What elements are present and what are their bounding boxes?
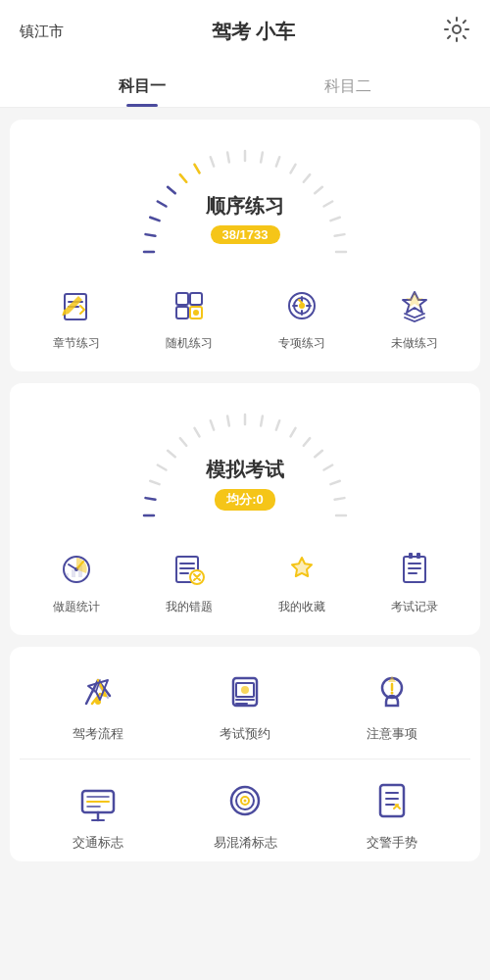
svg-line-26 bbox=[195, 165, 200, 173]
sign-icon bbox=[73, 775, 123, 826]
tab-subject2[interactable]: 科目二 bbox=[245, 63, 451, 107]
svg-line-41 bbox=[180, 438, 186, 446]
svg-line-17 bbox=[330, 218, 339, 220]
undone-item[interactable]: 未做练习 bbox=[391, 282, 438, 352]
undone-label: 未做练习 bbox=[391, 335, 438, 352]
book-label: 考试预约 bbox=[220, 725, 270, 743]
svg-rect-30 bbox=[176, 307, 188, 318]
tab-subject1[interactable]: 科目一 bbox=[39, 63, 245, 107]
svg-rect-68 bbox=[409, 553, 413, 559]
speedometer1-wrap: 顺序练习 38/1733 bbox=[20, 139, 470, 267]
notice-icon bbox=[367, 666, 417, 717]
svg-point-0 bbox=[453, 25, 461, 33]
practice-icons: 章节练习 随机练习 bbox=[20, 282, 470, 352]
bottom-section: 驾考流程 考试预约 bbox=[10, 647, 480, 861]
notice-item[interactable]: 注意事项 bbox=[323, 666, 461, 743]
wrong-icon bbox=[166, 546, 213, 593]
svg-line-47 bbox=[276, 420, 279, 429]
svg-line-21 bbox=[146, 234, 156, 236]
bottom-grid-row1: 驾考流程 考试预约 bbox=[20, 666, 470, 743]
random-item[interactable]: 随机练习 bbox=[166, 282, 213, 352]
random-label: 随机练习 bbox=[166, 335, 213, 352]
special-icon bbox=[278, 282, 325, 329]
svg-line-9 bbox=[227, 153, 229, 163]
svg-line-52 bbox=[330, 481, 339, 484]
record-item[interactable]: 考试记录 bbox=[391, 546, 438, 615]
chapter-label: 章节练习 bbox=[53, 335, 100, 352]
svg-line-24 bbox=[168, 187, 175, 193]
tabs: 科目一 科目二 bbox=[0, 63, 490, 108]
svg-rect-29 bbox=[190, 293, 202, 305]
favorite-label: 我的收藏 bbox=[278, 599, 325, 615]
svg-point-88 bbox=[244, 800, 247, 803]
stats-icon bbox=[53, 546, 100, 593]
special-item[interactable]: 专项练习 bbox=[278, 282, 325, 352]
confuse-icon bbox=[220, 775, 270, 826]
svg-rect-89 bbox=[380, 785, 404, 816]
gesture-item[interactable]: 交警手势 bbox=[323, 775, 461, 852]
svg-line-40 bbox=[168, 451, 175, 457]
svg-line-48 bbox=[291, 428, 296, 437]
divider bbox=[20, 759, 470, 760]
speedometer2-wrap: 模拟考试 均分:0 bbox=[20, 403, 470, 530]
record-icon bbox=[391, 546, 438, 593]
speedometer2-label: 模拟考试 均分:0 bbox=[206, 457, 284, 511]
speedometer1-title: 顺序练习 bbox=[206, 193, 284, 220]
practice-card: 顺序练习 38/1733 章节练习 bbox=[10, 120, 480, 371]
random-icon bbox=[166, 282, 213, 329]
record-label: 考试记录 bbox=[391, 599, 438, 615]
header: 镇江市 驾考 小车 bbox=[0, 0, 490, 63]
svg-line-53 bbox=[335, 498, 345, 500]
special-label: 专项练习 bbox=[278, 335, 325, 352]
favorite-item[interactable]: 我的收藏 bbox=[278, 546, 325, 615]
sign-label: 交通标志 bbox=[73, 834, 123, 852]
svg-line-43 bbox=[211, 420, 214, 429]
confuse-label: 易混淆标志 bbox=[214, 834, 277, 852]
book-item[interactable]: 考试预约 bbox=[176, 666, 314, 743]
book-icon bbox=[220, 666, 270, 717]
speedometer2-badge: 均分:0 bbox=[215, 489, 275, 511]
svg-line-15 bbox=[315, 187, 322, 193]
speedometer1-badge: 38/1733 bbox=[211, 225, 280, 244]
svg-line-8 bbox=[211, 157, 214, 166]
svg-line-56 bbox=[146, 498, 156, 500]
gesture-label: 交警手势 bbox=[367, 834, 417, 852]
chapter-icon bbox=[53, 282, 100, 329]
wrong-label: 我的错题 bbox=[166, 599, 213, 615]
header-title: 驾考 小车 bbox=[212, 19, 296, 45]
process-item[interactable]: 驾考流程 bbox=[29, 666, 167, 743]
speedometer2: 模拟考试 均分:0 bbox=[137, 403, 353, 530]
svg-point-32 bbox=[193, 310, 199, 316]
svg-line-46 bbox=[261, 416, 263, 426]
svg-line-39 bbox=[158, 466, 167, 470]
stats-label: 做题统计 bbox=[53, 599, 100, 615]
sign-item[interactable]: 交通标志 bbox=[29, 775, 167, 852]
svg-line-11 bbox=[261, 153, 263, 163]
confuse-item[interactable]: 易混淆标志 bbox=[176, 775, 314, 852]
process-icon bbox=[73, 666, 123, 717]
svg-line-13 bbox=[291, 165, 296, 173]
favorite-icon bbox=[278, 546, 325, 593]
svg-line-14 bbox=[304, 174, 310, 182]
header-city: 镇江市 bbox=[20, 23, 64, 41]
svg-point-75 bbox=[241, 686, 249, 694]
wrong-item[interactable]: 我的错题 bbox=[166, 546, 213, 615]
notice-label: 注意事项 bbox=[367, 725, 417, 743]
svg-line-12 bbox=[276, 157, 279, 166]
svg-line-51 bbox=[324, 466, 333, 470]
gear-icon[interactable] bbox=[443, 16, 470, 47]
gesture-icon bbox=[367, 775, 417, 826]
bottom-grid-row2: 交通标志 易混淆标志 bbox=[20, 775, 470, 852]
exam-card: 模拟考试 均分:0 做题统计 bbox=[10, 383, 480, 635]
process-label: 驾考流程 bbox=[73, 725, 123, 743]
chapter-item[interactable]: 章节练习 bbox=[53, 282, 100, 352]
svg-line-16 bbox=[324, 202, 333, 207]
exam-icons: 做题统计 我的错题 bbox=[20, 546, 470, 615]
speedometer1: 顺序练习 38/1733 bbox=[137, 139, 353, 267]
svg-line-22 bbox=[150, 218, 159, 220]
speedometer1-label: 顺序练习 38/1733 bbox=[206, 193, 284, 244]
svg-line-49 bbox=[304, 438, 310, 446]
svg-line-38 bbox=[150, 481, 159, 484]
svg-line-44 bbox=[227, 416, 229, 426]
stats-item[interactable]: 做题统计 bbox=[53, 546, 100, 615]
